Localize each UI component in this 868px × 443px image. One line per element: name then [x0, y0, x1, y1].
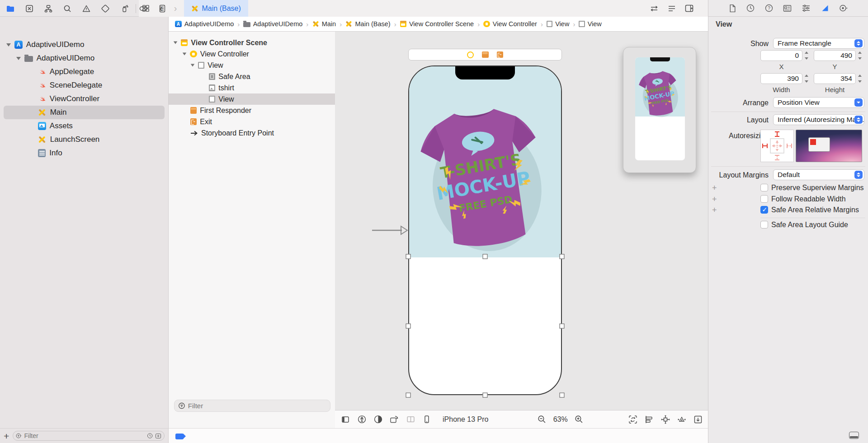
device-icon[interactable] — [422, 415, 432, 424]
breadcrumb-group[interactable]: AdaptiveUIDemo — [243, 20, 302, 28]
project-navigator-icon[interactable] — [4, 0, 17, 17]
disclosure-icon[interactable] — [174, 42, 178, 44]
breadcrumb-scene[interactable]: View Controller Scene — [400, 20, 474, 28]
disclosure-icon[interactable] — [6, 43, 11, 47]
breadcrumb-subview[interactable]: View — [579, 20, 601, 28]
resolve-autolayout-icon[interactable] — [677, 415, 687, 424]
sidebar-item-launchscreen[interactable]: LaunchScreen — [4, 133, 165, 146]
height-stepper[interactable] — [857, 73, 863, 84]
disclosure-icon[interactable] — [183, 53, 187, 56]
issue-navigator-icon[interactable] — [80, 0, 93, 17]
tab-main-base[interactable]: Main (Base) — [184, 0, 248, 17]
editor-options-icon[interactable] — [667, 5, 676, 13]
help-inspector-icon[interactable]: ? — [764, 4, 774, 13]
align-icon[interactable] — [644, 415, 654, 424]
source-control-icon[interactable] — [23, 0, 36, 17]
forward-button[interactable]: › — [170, 3, 181, 14]
add-file-button[interactable]: + — [4, 431, 9, 441]
resize-handle-sw[interactable] — [406, 393, 411, 398]
add-variation-button[interactable]: + — [712, 183, 717, 193]
sidebar-item-info[interactable]: Info — [4, 146, 165, 160]
outline-item-subview[interactable]: View — [169, 93, 335, 105]
sidebar-item-main[interactable]: Main — [4, 106, 165, 119]
orientation-icon[interactable] — [389, 415, 399, 424]
symbol-navigator-icon[interactable] — [42, 0, 55, 17]
storyboard-entry-arrow[interactable] — [371, 224, 408, 237]
sidebar-item-assets[interactable]: Assets — [4, 119, 165, 133]
x-field[interactable]: 0 — [760, 50, 802, 61]
device-label[interactable]: iPhone 13 Pro — [443, 415, 488, 424]
appearance-icon[interactable] — [373, 415, 383, 424]
scene-header-bar[interactable] — [408, 49, 562, 61]
outline-item-safe-area[interactable]: Safe Area — [169, 71, 335, 82]
size-inspector-icon[interactable] — [821, 4, 830, 13]
debug-navigator-icon[interactable] — [118, 0, 131, 17]
sidebar-item-viewcontroller[interactable]: ViewController — [4, 92, 165, 106]
add-constraints-icon[interactable] — [660, 415, 670, 424]
arrange-dropdown[interactable]: Position View — [773, 97, 864, 108]
pane-divider[interactable] — [708, 0, 708, 443]
device-preview-thumbnail[interactable] — [623, 47, 696, 173]
outline-filter-field[interactable] — [174, 400, 330, 412]
breadcrumb-project[interactable]: AAdaptiveUIDemo — [175, 20, 234, 28]
sidebar-item-appdelegate[interactable]: AppDelegate — [4, 65, 165, 79]
show-dropdown[interactable]: Frame Rectangle — [773, 38, 864, 49]
outline-filter-input[interactable] — [188, 402, 326, 410]
layout-dropdown[interactable]: Inferred (Autoresizing Mas… — [773, 114, 864, 125]
view-controller-icon[interactable] — [467, 51, 474, 58]
breadcrumb-view-controller[interactable]: View Controller — [483, 20, 537, 28]
outline-item-view[interactable]: View — [169, 60, 335, 71]
find-navigator-icon[interactable] — [61, 0, 74, 17]
disclosure-icon[interactable] — [16, 57, 21, 60]
preserve-superview-margins-checkbox[interactable] — [760, 184, 768, 191]
follow-readable-width-checkbox[interactable] — [760, 195, 768, 203]
update-frames-icon[interactable] — [628, 415, 638, 424]
height-field[interactable]: 354 — [814, 73, 856, 84]
outline-item-scene[interactable]: View Controller Scene — [169, 37, 335, 48]
disclosure-icon[interactable] — [191, 64, 195, 67]
autoresizing-control[interactable] — [760, 130, 794, 164]
accessibility-icon[interactable] — [357, 415, 367, 424]
connections-inspector-icon[interactable] — [839, 4, 848, 13]
zoom-level[interactable]: 63% — [553, 415, 568, 424]
tshirt-image-view[interactable] — [409, 66, 561, 257]
width-field[interactable]: 390 — [760, 73, 802, 84]
test-navigator-icon[interactable] — [99, 0, 112, 17]
safe-area-layout-guide-checkbox[interactable] — [760, 221, 768, 228]
device-frame[interactable] — [408, 65, 562, 395]
code-review-icon[interactable] — [649, 5, 659, 13]
breadcrumb-main[interactable]: Main — [312, 20, 336, 28]
device-bezels-toggle-icon[interactable] — [849, 432, 859, 439]
y-stepper[interactable] — [857, 50, 863, 61]
file-inspector-icon[interactable] — [728, 4, 737, 13]
source-control-status-icon[interactable] — [155, 433, 161, 439]
add-variation-button[interactable]: + — [712, 195, 717, 204]
storyboard-canvas[interactable]: T-SHIRT'S MOCK-UP FREE PSD — [335, 32, 708, 410]
recent-files-icon[interactable] — [147, 432, 153, 439]
identity-inspector-icon[interactable] — [783, 4, 792, 13]
zoom-out-icon[interactable] — [537, 415, 547, 424]
breadcrumb-main-base[interactable]: Main (Base) — [345, 20, 391, 28]
add-editor-icon[interactable] — [684, 4, 694, 13]
outline-item-exit[interactable]: Exit — [169, 116, 335, 127]
attributes-inspector-icon[interactable] — [801, 4, 811, 13]
back-button[interactable]: ‹ — [155, 3, 167, 14]
sidebar-item-project-root[interactable]: A AdaptiveUIDemo — [4, 38, 165, 51]
embed-icon[interactable] — [693, 415, 703, 424]
sidebar-item-group[interactable]: AdaptiveUIDemo — [4, 51, 165, 65]
zoom-in-icon[interactable] — [574, 415, 584, 424]
navigator-filter-input[interactable] — [24, 432, 145, 439]
outline-item-entry-point[interactable]: Storyboard Entry Point — [169, 127, 335, 139]
navigator-filter-field[interactable] — [13, 431, 165, 441]
breadcrumb-view[interactable]: View — [547, 20, 569, 28]
layout-margins-dropdown[interactable]: Default — [773, 169, 864, 180]
safe-area-relative-margins-checkbox[interactable] — [760, 206, 768, 214]
y-field[interactable]: 490 — [814, 50, 856, 61]
outline-toggle-icon[interactable] — [340, 415, 350, 424]
resize-handle-se[interactable] — [560, 393, 565, 398]
outline-item-view-controller[interactable]: View Controller — [169, 48, 335, 60]
add-variation-button[interactable]: + — [712, 205, 717, 215]
tab-overview-icon[interactable] — [139, 0, 152, 17]
history-inspector-icon[interactable] — [746, 4, 755, 13]
exit-icon[interactable] — [497, 51, 503, 58]
